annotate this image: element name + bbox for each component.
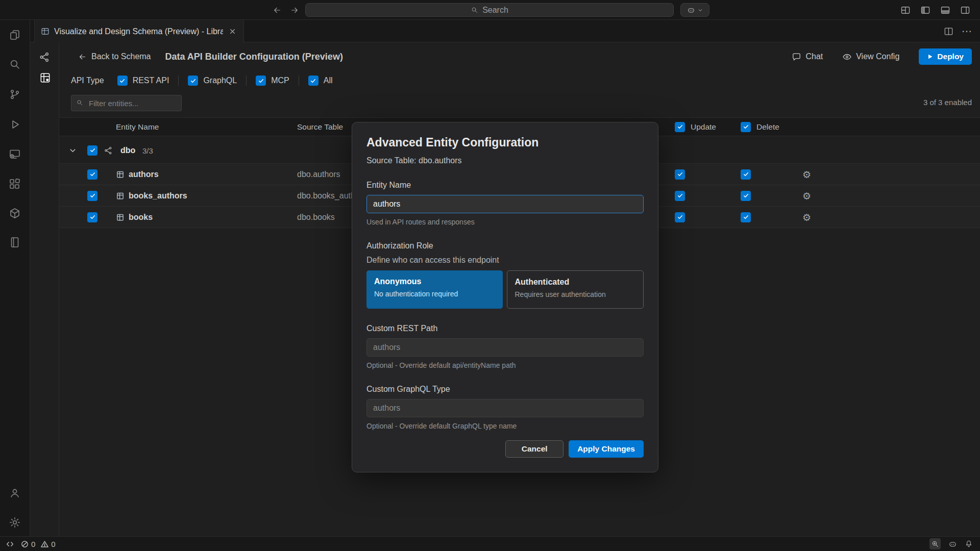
remote-indicator-icon[interactable] — [6, 540, 14, 548]
filter-mcp[interactable]: MCP — [256, 76, 289, 86]
update-checkbox[interactable] — [675, 169, 685, 180]
settings-gear-icon[interactable] — [8, 515, 22, 530]
custom-graphql-type-input[interactable] — [366, 399, 644, 417]
delete-checkbox[interactable] — [741, 169, 751, 180]
delete-all-checkbox[interactable] — [741, 122, 751, 132]
custom-graphql-type-hint: Optional - Override default GraphQL type… — [366, 422, 644, 430]
authorization-role-label: Authorization Role — [366, 241, 644, 251]
api-type-label: API Type — [71, 76, 104, 85]
remote-explorer-icon[interactable] — [8, 147, 22, 161]
all-checkbox[interactable] — [308, 76, 318, 86]
rest-api-checkbox[interactable] — [117, 76, 128, 86]
tab-close-icon[interactable] — [228, 27, 237, 36]
search-icon — [471, 6, 478, 14]
custom-graphql-type-label: Custom GraphQL Type — [366, 385, 644, 394]
cancel-button[interactable]: Cancel — [505, 440, 564, 458]
update-all-checkbox[interactable] — [675, 122, 685, 132]
copilot-icon — [687, 6, 695, 14]
col-entity-name: Entity Name — [116, 122, 159, 132]
filter-search-icon — [76, 99, 83, 106]
custom-rest-path-input[interactable] — [366, 338, 644, 357]
enabled-count: 3 of 3 enabled — [923, 98, 972, 107]
collapse-chevron-icon[interactable] — [69, 146, 77, 154]
source-control-icon[interactable] — [8, 87, 22, 102]
mcp-checkbox[interactable] — [256, 76, 266, 86]
view-config-button[interactable]: View Config — [842, 52, 899, 62]
dialog-title: Advanced Entity Configuration — [366, 136, 644, 149]
page-header: Back to Schema Data API Builder Configur… — [59, 42, 980, 71]
api-type-filter-row: API Type REST API GraphQL MCP All — [59, 71, 980, 90]
delete-checkbox[interactable] — [741, 212, 751, 222]
dialog-source-table: Source Table: dbo.authors — [366, 156, 644, 165]
filter-graphql[interactable]: GraphQL — [188, 76, 237, 86]
entity-name: books_authors — [129, 191, 187, 201]
table-icon — [116, 170, 124, 178]
explorer-icon[interactable] — [8, 28, 22, 42]
divider — [246, 76, 247, 86]
advanced-entity-configuration-dialog: Advanced Entity Configuration Source Tab… — [352, 122, 658, 472]
update-checkbox[interactable] — [675, 212, 685, 222]
nav-back-icon[interactable] — [273, 6, 282, 15]
entity-search-row: 3 of 3 enabled — [59, 95, 980, 112]
zoom-icon[interactable] — [929, 538, 941, 549]
nav-forward-icon[interactable] — [290, 6, 299, 15]
source-table: dbo.books — [297, 213, 335, 222]
chat-label: Chat — [805, 52, 823, 61]
table-icon — [116, 192, 124, 199]
graphql-checkbox[interactable] — [188, 76, 198, 86]
divider — [178, 76, 179, 86]
row-checkbox[interactable] — [87, 191, 97, 201]
filter-all[interactable]: All — [308, 76, 333, 86]
account-icon[interactable] — [8, 486, 22, 500]
customize-layout-icon[interactable] — [899, 4, 912, 17]
back-label: Back to Schema — [91, 52, 151, 61]
table-icon — [116, 213, 124, 221]
chat-button[interactable]: Chat — [792, 52, 823, 62]
search-label: Search — [482, 6, 508, 15]
search-view-icon[interactable] — [8, 57, 22, 71]
split-editor-icon[interactable] — [944, 27, 953, 36]
copilot-status-icon[interactable] — [948, 540, 957, 548]
toggle-panel-icon[interactable] — [939, 4, 952, 17]
more-actions-icon[interactable]: ⋯ — [962, 29, 972, 34]
row-settings-gear-icon[interactable]: ⚙ — [802, 191, 811, 201]
entity-name-hint: Used in API routes and responses — [366, 218, 644, 226]
command-center-search[interactable]: Search — [305, 3, 674, 17]
row-settings-gear-icon[interactable]: ⚙ — [802, 212, 811, 222]
role-title: Authenticated — [515, 278, 636, 287]
toggle-primary-sidebar-icon[interactable] — [919, 4, 932, 17]
designer-toolbar — [30, 42, 59, 536]
role-authenticated-card[interactable]: Authenticated Requires user authenticati… — [507, 270, 644, 309]
database-projects-icon[interactable] — [8, 235, 22, 249]
run-debug-icon[interactable] — [8, 117, 22, 132]
row-checkbox[interactable] — [87, 169, 97, 180]
errors-icon — [21, 540, 29, 548]
row-settings-gear-icon[interactable]: ⚙ — [802, 169, 811, 179]
entity-name: books — [129, 213, 153, 222]
problems-indicator[interactable]: 0 0 — [21, 540, 56, 548]
api-builder-icon[interactable] — [35, 68, 55, 87]
delete-checkbox[interactable] — [741, 191, 751, 201]
notifications-bell-icon[interactable] — [965, 540, 973, 548]
filter-rest-api[interactable]: REST API — [117, 76, 169, 86]
toggle-secondary-sidebar-icon[interactable] — [959, 4, 972, 17]
tab-visualize-schema[interactable]: Visualize and Design Schema (Preview) - … — [34, 20, 244, 43]
group-count: 3/3 — [142, 146, 153, 155]
filter-entities-input[interactable] — [71, 95, 182, 111]
back-to-schema-button[interactable]: Back to Schema — [78, 52, 151, 61]
update-checkbox[interactable] — [675, 191, 685, 201]
schema-designer-icon[interactable] — [8, 206, 22, 220]
tab-bar: Visualize and Design Schema (Preview) - … — [30, 20, 980, 42]
deploy-button[interactable]: Deploy — [919, 48, 972, 65]
copilot-menu-button[interactable] — [680, 3, 709, 17]
schema-visualize-icon[interactable] — [37, 49, 52, 65]
apply-changes-button[interactable]: Apply Changes — [569, 440, 644, 458]
group-checkbox[interactable] — [87, 145, 97, 156]
entity-name-input[interactable] — [366, 195, 644, 213]
role-anonymous-card[interactable]: Anonymous No authentication required — [366, 270, 503, 309]
row-checkbox[interactable] — [87, 212, 97, 222]
vscode-window: Search Visualize and Design Schema (Prev… — [0, 0, 980, 551]
tab-title: Visualize and Design Schema (Preview) - … — [54, 27, 223, 36]
extensions-icon[interactable] — [8, 177, 22, 191]
activity-bar — [0, 20, 30, 536]
